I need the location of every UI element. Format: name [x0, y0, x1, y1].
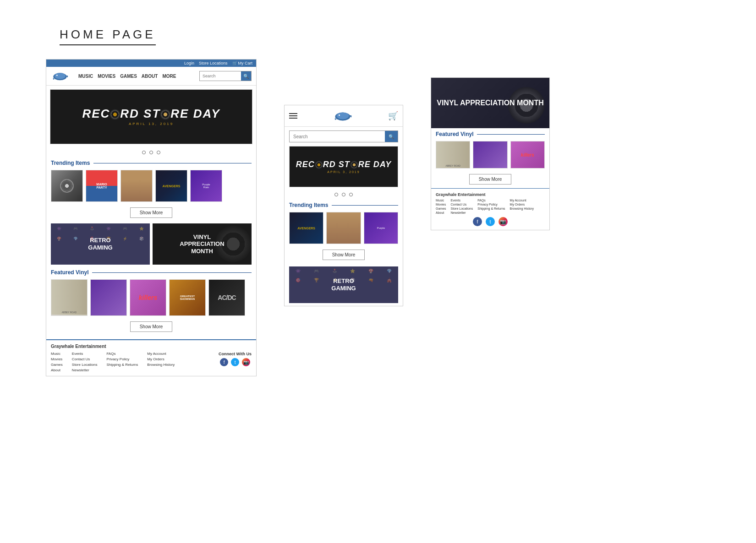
search-button[interactable]: 🔍 [241, 71, 251, 81]
mobile-show-more-button[interactable]: Show More [469, 174, 512, 185]
tablet-show-more-button[interactable]: Show More [323, 250, 365, 260]
footer-contact[interactable]: Contact Us [72, 357, 98, 361]
footer-events[interactable]: Events [72, 352, 98, 356]
svg-point-1 [55, 73, 66, 79]
tablet-trending-header: Trending Items [285, 199, 403, 210]
nav-games[interactable]: GAMES [120, 74, 137, 79]
tablet-dot-2[interactable] [342, 193, 345, 196]
mobile-footer-browsing[interactable]: Browsing History [510, 207, 534, 210]
footer-my-account[interactable]: My Account [147, 352, 175, 356]
mobile-footer: Graywhale Entertainment Music Movies Gam… [431, 188, 549, 230]
desktop-topbar: Login Store Locations 🛒 My Cart [46, 60, 256, 67]
facebook-icon[interactable]: f [220, 358, 228, 366]
mobile-footer-music[interactable]: Music [436, 199, 446, 202]
desktop-search-box[interactable]: 🔍 [199, 71, 252, 81]
svg-point-2 [56, 75, 58, 76]
login-link[interactable]: Login [184, 61, 194, 65]
mobile-twitter-icon[interactable]: t [486, 217, 495, 226]
tablet-logo[interactable] [331, 109, 354, 123]
nav-movies[interactable]: MOVIES [98, 74, 115, 79]
mobile-footer-games[interactable]: Games [436, 207, 446, 210]
logo[interactable] [51, 70, 69, 82]
footer-my-orders[interactable]: My Orders [147, 357, 175, 361]
retro-gaming-banner[interactable]: 👾 🎮 🕹️ 👾 🎮 ⭐ 🍄 💎 🎯 🏆 ⚡ 🎲 RETROGAMING [51, 223, 150, 265]
footer-col-3: FAQs Privacy Policy Shipping & Returns [106, 352, 138, 372]
mobile-instagram-icon[interactable]: 📷 [499, 217, 508, 226]
hamburger-line-1 [289, 113, 297, 114]
my-cart-link[interactable]: 🛒 My Cart [232, 61, 253, 65]
mobile-mockup: VINYL APPRECIATION MONTH Featured Vinyl … [431, 77, 550, 230]
footer-columns: Music Movies Games About Events Contact … [51, 352, 175, 372]
hamburger-line-2 [289, 115, 297, 116]
hero-dot-2[interactable] [149, 151, 153, 154]
tablet-header: 🛒 [285, 105, 403, 127]
mobile-footer-columns: Music Movies Games About Events Contact … [436, 199, 545, 214]
featured-acdc: AC/DC [208, 279, 245, 316]
footer-browsing[interactable]: Browsing History [147, 363, 175, 367]
footer-col-2: Events Contact Us Store Locations Newsle… [72, 352, 98, 372]
tablet-dot-3[interactable] [349, 193, 353, 196]
search-input[interactable] [200, 71, 241, 81]
footer-shipping[interactable]: Shipping & Returns [106, 363, 138, 367]
killers-cover: killers [130, 280, 166, 315]
tablet-trending-line [332, 205, 398, 206]
mobile-footer-orders[interactable]: My Orders [510, 203, 534, 206]
trending-line [93, 163, 252, 163]
footer-music[interactable]: Music [51, 352, 63, 356]
tablet-dot-1[interactable] [334, 193, 338, 196]
trending-show-more-button[interactable]: Show More [130, 207, 173, 218]
mobile-show-more-wrap: Show More [431, 170, 549, 188]
tablet-search-button[interactable]: 🔍 [385, 131, 398, 142]
trending-title: Trending Items [51, 160, 90, 166]
tablet-promo-banner[interactable]: 👾 🎮 🕹️ ⭐ 🍄 💎 🎯 🏆 ⚡ 🎲 🔫 🎪 RETROGAMING [289, 266, 398, 303]
nav-music[interactable]: MUSIC [78, 74, 93, 79]
featured-show-more-button[interactable]: Show More [130, 321, 173, 332]
hero-title: RECRD STRE DAY [82, 108, 220, 120]
footer-about[interactable]: About [51, 368, 63, 372]
footer-movies[interactable]: Movies [51, 357, 63, 361]
footer-col-4: My Account My Orders Browsing History [147, 352, 175, 372]
desktop-hero-banner: RECRD STRE DAY APRIL 13, 2019 [50, 89, 252, 144]
store-locations-link[interactable]: Store Locations [199, 61, 228, 65]
footer-privacy[interactable]: Privacy Policy [106, 357, 138, 361]
mobile-footer-about[interactable]: About [436, 211, 446, 214]
tablet-trending-3: Purple [364, 212, 398, 244]
desktop-mockup: Login Store Locations 🛒 My Cart MUSIC [46, 59, 257, 376]
mobile-footer-store[interactable]: Store Locations [451, 207, 473, 210]
abbey-road-cover: ABBEY ROAD [51, 280, 87, 315]
nav-more[interactable]: MORE [162, 74, 176, 79]
trending-show-more-wrap: Show More [46, 204, 256, 222]
footer-faqs[interactable]: FAQs [106, 352, 138, 356]
tablet-cart-icon[interactable]: 🛒 [388, 111, 398, 121]
mobile-featured-1: ABBEY ROAD [436, 141, 470, 168]
footer-newsletter[interactable]: Newsletter [72, 368, 98, 372]
mobile-footer-contact[interactable]: Contact Us [451, 203, 473, 206]
tablet-search-box[interactable]: 🔍 [289, 130, 398, 142]
footer-games[interactable]: Games [51, 363, 63, 367]
mobile-footer-account[interactable]: My Account [510, 199, 534, 202]
mobile-facebook-icon[interactable]: f [473, 217, 482, 226]
desktop-footer: Graywhale Entertainment Music Movies Gam… [46, 339, 256, 376]
mobile-footer-events[interactable]: Events [451, 199, 473, 202]
mobile-footer-faqs[interactable]: FAQs [477, 199, 505, 202]
featured-section-header: Featured Vinyl [46, 266, 256, 277]
instagram-icon[interactable]: 📷 [242, 358, 250, 366]
mobile-purple [473, 141, 507, 168]
mobile-footer-privacy[interactable]: Privacy Policy [477, 203, 505, 206]
vinyl-appreciation-banner[interactable]: VINYLAPPRECIATIONMONTH [153, 223, 252, 265]
mobile-footer-newsletter[interactable]: Newsletter [451, 211, 473, 214]
footer-title: Graywhale Entertainment [51, 344, 252, 349]
hero-dot-1[interactable] [142, 151, 146, 154]
twitter-icon[interactable]: t [231, 358, 239, 366]
mobile-footer-shipping[interactable]: Shipping & Returns [477, 207, 505, 210]
tablet-search-input[interactable] [290, 131, 385, 142]
tablet-trending-grid: AVENGERS Purple [285, 210, 403, 246]
footer-store-locations[interactable]: Store Locations [72, 363, 98, 367]
mobile-footer-movies[interactable]: Movies [436, 203, 446, 206]
featured-abbey-road: ABBEY ROAD [51, 279, 88, 316]
nav-about[interactable]: ABOUT [142, 74, 158, 79]
hamburger-menu-button[interactable] [289, 113, 297, 119]
hero-dot-3[interactable] [157, 151, 160, 154]
mobile-abbey-road: ABBEY ROAD [436, 141, 470, 168]
mobile-featured-title: Featured Vinyl [436, 131, 473, 137]
